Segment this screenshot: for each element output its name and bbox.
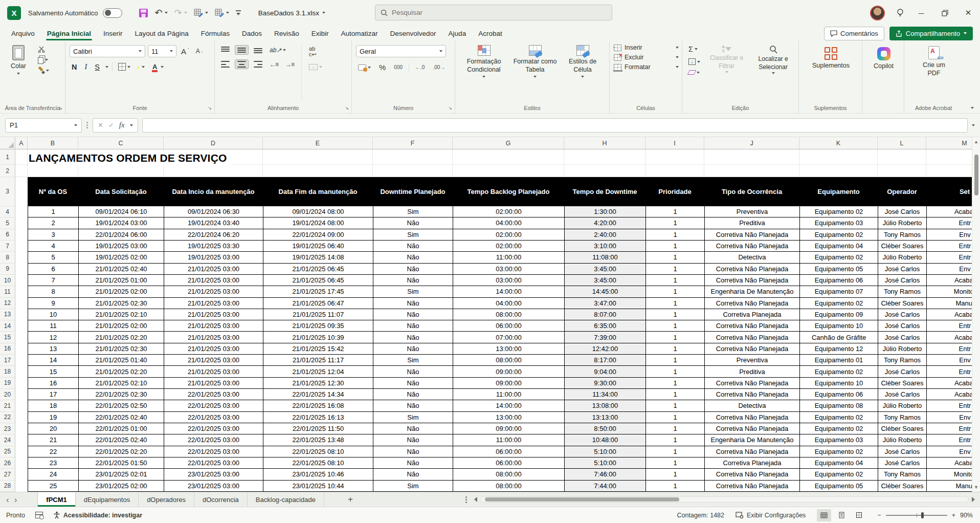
file-name[interactable]: BaseDados 3.1.xlsx xyxy=(258,9,325,17)
accessibility-status[interactable]: Acessibilidade: investigar xyxy=(53,511,142,519)
grid-cell[interactable] xyxy=(453,165,564,177)
insert-cells-button[interactable]: Inserir xyxy=(614,44,679,51)
table-cell[interactable]: 09/01/2024 06:30 xyxy=(164,206,263,217)
table-cell[interactable]: 14:00:00 xyxy=(453,400,565,411)
table-cell[interactable]: 1 xyxy=(646,217,705,228)
table-row[interactable]: 2423/01/2025 02:0123/01/2025 03:0023/01/… xyxy=(28,469,980,480)
table-cell[interactable]: 1 xyxy=(646,264,705,274)
table-cell[interactable]: 22/01/2025 03:00 xyxy=(164,389,263,400)
table-row[interactable]: 1321/01/2025 02:3021/01/2025 03:0021/01/… xyxy=(28,343,980,355)
grid-cell[interactable] xyxy=(78,165,164,177)
ribbon-collapse-icon[interactable] xyxy=(971,107,974,109)
table-cell[interactable]: Não xyxy=(373,241,453,251)
row-header-8[interactable]: 8 xyxy=(0,252,15,263)
orientation-button[interactable]: ab↗ xyxy=(268,46,288,55)
scroll-down-icon[interactable]: ▼ xyxy=(972,483,980,492)
table-cell[interactable]: 1 xyxy=(646,469,705,480)
sheet-more-icon[interactable] xyxy=(465,496,467,503)
align-right-button[interactable] xyxy=(252,60,264,69)
row-header-1[interactable]: 1 xyxy=(0,149,15,165)
table-cell[interactable]: Corretiva Planejada xyxy=(705,457,800,468)
table-cell[interactable]: 21/01/2025 11:17 xyxy=(263,355,373,365)
table-row[interactable]: 921/01/2025 02:3021/01/2025 03:0021/01/2… xyxy=(28,298,980,309)
italic-button[interactable]: I xyxy=(82,61,89,72)
column-header-k[interactable]: K xyxy=(799,137,878,149)
column-header-d[interactable]: D xyxy=(164,137,263,149)
table-cell[interactable]: Equipamento 04 xyxy=(800,457,878,468)
table-cell[interactable]: 02:00:00 xyxy=(453,241,565,251)
table-cell[interactable]: Tony Ramos xyxy=(878,412,927,423)
table-cell[interactable]: 22/01/2025 03:00 xyxy=(164,400,263,411)
table-cell[interactable]: Equipamento 08 xyxy=(800,400,878,411)
enter-icon[interactable]: ✓ xyxy=(108,121,114,129)
table-cell[interactable]: 23/01/2025 10:44 xyxy=(263,481,373,491)
table-cell[interactable]: Canhão de Gráfite xyxy=(800,332,878,342)
table-cell[interactable]: 09/01/2024 08:00 xyxy=(263,206,373,217)
table-cell[interactable]: Equipamento 07 xyxy=(800,286,878,297)
table-cell[interactable]: José Carlos xyxy=(878,389,927,400)
fx-dropdown-icon[interactable] xyxy=(130,124,133,126)
table-header-tempo-de-downtime[interactable]: Tempo de Downtime xyxy=(564,177,645,206)
table-cell[interactable]: Não xyxy=(373,446,453,457)
font-name-combo[interactable]: Calibri xyxy=(70,45,145,57)
table-cell[interactable]: Corretiva Não Planejada xyxy=(705,343,800,354)
align-bottom-button[interactable] xyxy=(252,46,264,54)
table-row[interactable]: 1221/01/2025 02:2021/01/2025 03:0021/01/… xyxy=(28,332,980,343)
table-cell[interactable]: 03:00:00 xyxy=(453,264,565,274)
table-cell[interactable]: 21/01/2025 03:00 xyxy=(164,298,263,309)
table-cell[interactable]: 3:10:00 xyxy=(565,241,646,251)
table-cell[interactable]: 09:00:00 xyxy=(453,378,565,388)
table-cell[interactable]: 9:04:00 xyxy=(565,366,646,377)
table-cell[interactable]: Não xyxy=(373,366,453,377)
table-cell[interactable]: 21/01/2025 02:10 xyxy=(79,309,164,320)
table-cell[interactable]: 21/01/2025 03:00 xyxy=(164,355,263,365)
table-cell[interactable]: 21/01/2025 06:45 xyxy=(263,264,373,274)
table-cell[interactable]: 21/01/2025 03:00 xyxy=(164,378,263,388)
lightbulb-icon[interactable] xyxy=(896,8,904,17)
table-cell[interactable]: 22/01/2025 16:08 xyxy=(263,400,373,411)
table-cell[interactable]: 03:00:00 xyxy=(453,275,565,286)
row-header-7[interactable]: 7 xyxy=(0,241,15,252)
table-cell[interactable]: 9 xyxy=(28,298,79,309)
table-row[interactable]: 109/01/2024 06:1009/01/2024 06:3009/01/2… xyxy=(28,206,980,217)
copy-icon[interactable] xyxy=(38,57,43,64)
table-cell[interactable]: 21/01/2025 11:07 xyxy=(263,309,373,320)
vertical-scroll-thumb[interactable] xyxy=(974,155,978,195)
paste-button[interactable]: Colar xyxy=(4,45,33,75)
row-header-2[interactable]: 2 xyxy=(0,165,15,177)
copilot-button[interactable]: Copilot xyxy=(866,47,901,71)
table-cell[interactable]: 23 xyxy=(28,457,79,468)
excel-logo-icon[interactable]: X xyxy=(7,6,21,20)
autosave-toggle[interactable] xyxy=(103,8,122,18)
table-cell[interactable]: 21/01/2025 03:00 xyxy=(164,366,263,377)
table-cell[interactable]: 21/01/2025 12:04 xyxy=(263,366,373,377)
row-header-23[interactable]: 23 xyxy=(0,423,15,434)
table-cell[interactable]: 3:45:00 xyxy=(565,275,646,286)
table-cell[interactable]: 1 xyxy=(646,206,705,217)
table-cell[interactable]: 4 xyxy=(28,241,79,251)
table-header-data-incio-da-manutencao[interactable]: Data Incio da manutenção xyxy=(164,177,263,206)
table-cell[interactable]: 3:45:00 xyxy=(565,264,646,274)
row-header-12[interactable]: 12 xyxy=(0,298,15,309)
table-cell[interactable]: 19/01/2025 03:30 xyxy=(164,241,263,251)
column-header-a[interactable]: A xyxy=(15,137,28,149)
grid-cell[interactable] xyxy=(15,149,28,165)
table-cell[interactable]: Sim xyxy=(373,481,453,491)
grid-cell[interactable] xyxy=(15,165,28,177)
table-cell[interactable]: 21/01/2025 02:20 xyxy=(79,332,164,342)
sheet-tab-doperadores[interactable]: dOperadores xyxy=(139,492,194,507)
avatar[interactable] xyxy=(870,6,885,20)
scroll-right-icon[interactable] xyxy=(972,497,975,502)
vertical-scrollbar[interactable]: ▲ ▼ xyxy=(972,137,980,492)
table-cell[interactable]: 19/01/2025 02:00 xyxy=(79,252,164,263)
table-cell[interactable]: 22/01/2025 01:00 xyxy=(79,423,164,434)
table-cell[interactable]: Corretiva Não Planejada xyxy=(705,241,800,251)
table-cell[interactable]: 6:35:00 xyxy=(565,320,646,331)
table-cell[interactable]: 22/01/2024 06:20 xyxy=(164,229,263,240)
menu-tab-pagina-inicial[interactable]: Página Inicial xyxy=(41,26,97,41)
table-cell[interactable]: 1 xyxy=(646,355,705,365)
table-cell[interactable]: 21/01/2025 12:30 xyxy=(263,378,373,388)
table-cell[interactable]: 1 xyxy=(646,434,705,445)
close-button[interactable]: ✕ xyxy=(956,0,980,26)
save-icon[interactable] xyxy=(139,8,148,18)
